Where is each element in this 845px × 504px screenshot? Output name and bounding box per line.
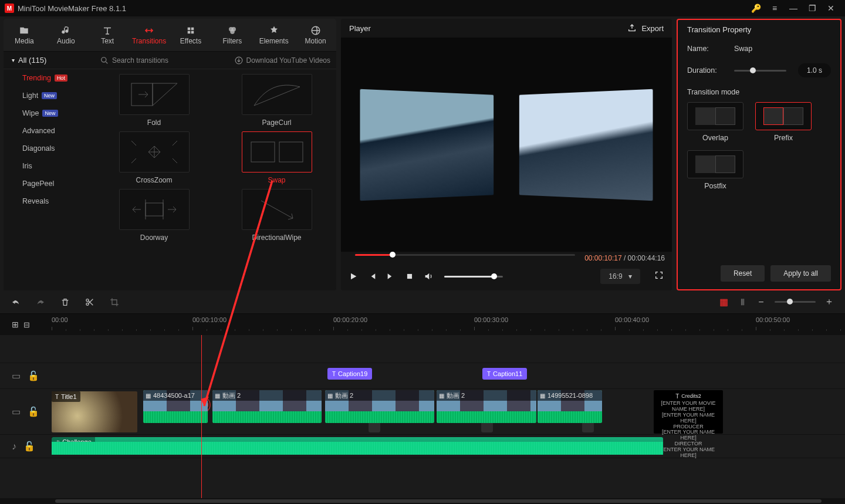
undo-button[interactable] bbox=[11, 297, 21, 307]
zoom-out-button[interactable]: − bbox=[756, 297, 766, 307]
preview-area[interactable] bbox=[341, 38, 672, 252]
tab-audio[interactable]: Audio bbox=[45, 19, 87, 51]
app-logo-icon: M bbox=[5, 4, 14, 13]
title-clip[interactable]: TTitle1 bbox=[52, 391, 137, 432]
mode-label: Transition mode bbox=[687, 88, 831, 96]
category-wipe[interactable]: WipeNew bbox=[4, 104, 94, 122]
svg-rect-14 bbox=[407, 274, 412, 279]
caption-clip[interactable]: TCaption11 bbox=[482, 368, 527, 380]
library-pane: MediaAudioTextTransitionsEffectsFiltersE… bbox=[4, 19, 336, 290]
aspect-ratio-select[interactable]: 16:9▾ bbox=[600, 269, 640, 284]
tab-elements[interactable]: Elements bbox=[253, 19, 295, 51]
duration-value[interactable]: 1.0 s bbox=[798, 63, 831, 77]
align-icon[interactable]: ⫴ bbox=[737, 297, 748, 307]
volume-slider[interactable] bbox=[444, 276, 503, 278]
maximize-button[interactable]: ❐ bbox=[803, 4, 822, 13]
category-pagepeel[interactable]: PagePeel bbox=[4, 175, 94, 192]
search-icon bbox=[100, 56, 109, 65]
volume-button[interactable] bbox=[423, 271, 434, 282]
video-clip[interactable]: ▦14995521-0898 bbox=[538, 390, 602, 423]
credits-clip[interactable]: TCredits2 [ENTER YOUR MOVIE NAME HERE][E… bbox=[654, 390, 723, 434]
audio-track-icon[interactable]: ♪ bbox=[12, 441, 16, 452]
svg-point-6 bbox=[230, 29, 235, 34]
tab-motion[interactable]: Motion bbox=[295, 19, 336, 51]
audio-track[interactable]: ♫Challenge bbox=[52, 435, 845, 458]
caption-track[interactable]: TCaption19TCaption11 bbox=[52, 363, 845, 388]
magnet-icon[interactable]: ▦ bbox=[718, 296, 729, 307]
transition-directionalwipe[interactable]: DirectionalWipe bbox=[224, 189, 329, 242]
audio-clip[interactable]: ♫Challenge bbox=[52, 437, 663, 455]
duration-slider[interactable] bbox=[734, 70, 786, 72]
transition-fold[interactable]: Fold bbox=[102, 74, 207, 127]
lock-icon[interactable]: 🔓 bbox=[28, 406, 39, 417]
lock-icon[interactable]: 🔓 bbox=[23, 441, 35, 452]
transition-doorway[interactable]: Doorway bbox=[102, 189, 207, 242]
svg-rect-0 bbox=[188, 27, 191, 30]
delete-button[interactable] bbox=[60, 297, 70, 307]
time-ruler[interactable]: 00:0000:00:10:0000:00:20:0000:00:30:0000… bbox=[52, 314, 845, 335]
player-pane: Player Export 00:00:10:17 / 00:00:44:16 bbox=[341, 19, 672, 290]
caption-clip[interactable]: TCaption19 bbox=[327, 368, 372, 380]
fullscreen-button[interactable] bbox=[654, 270, 665, 282]
text-icon: T bbox=[675, 393, 679, 400]
video-clip[interactable]: ▦動画 2 bbox=[437, 390, 536, 423]
svg-rect-1 bbox=[191, 27, 194, 30]
export-button[interactable]: Export bbox=[627, 23, 664, 33]
key-icon[interactable]: 🔑 bbox=[746, 4, 765, 13]
minimize-button[interactable]: — bbox=[784, 4, 803, 13]
text-track-icon[interactable]: ▭ bbox=[12, 370, 21, 381]
tab-effects[interactable]: Effects bbox=[170, 19, 212, 51]
name-label: Name: bbox=[687, 45, 722, 53]
transition-crosszoom[interactable]: CrossZoom bbox=[102, 131, 207, 184]
seek-bar[interactable] bbox=[348, 254, 582, 262]
apply-all-button[interactable]: Apply to all bbox=[770, 265, 831, 282]
zoom-in-button[interactable]: ＋ bbox=[824, 296, 834, 308]
category-iris[interactable]: Iris bbox=[4, 157, 94, 175]
tab-text[interactable]: Text bbox=[87, 19, 129, 51]
category-trending[interactable]: TrendingHot bbox=[4, 69, 94, 87]
playhead[interactable] bbox=[201, 335, 202, 498]
collapse-icon[interactable]: ⊟ bbox=[23, 320, 30, 329]
prev-button[interactable] bbox=[367, 271, 377, 282]
video-clip[interactable]: ▦48434500-a17 bbox=[143, 390, 208, 423]
video-clip[interactable]: ▦動画 2 bbox=[212, 390, 322, 423]
crop-button[interactable] bbox=[109, 297, 120, 307]
horizontal-scrollbar[interactable] bbox=[0, 498, 845, 504]
preview-frame-left bbox=[360, 89, 494, 200]
zoom-slider[interactable] bbox=[775, 301, 816, 303]
video-clip[interactable]: ▦動画 2 bbox=[325, 390, 434, 423]
transition-swap[interactable]: Swap bbox=[224, 131, 329, 184]
category-advanced[interactable]: Advanced bbox=[4, 122, 94, 140]
download-icon bbox=[235, 56, 243, 65]
text-icon: T bbox=[55, 394, 59, 400]
tab-transitions[interactable]: Transitions bbox=[129, 19, 170, 51]
category-diagonals[interactable]: Diagonals bbox=[4, 140, 94, 157]
tab-media[interactable]: Media bbox=[4, 19, 45, 51]
play-button[interactable] bbox=[348, 271, 359, 282]
search-input[interactable]: Search transitions bbox=[100, 56, 230, 65]
mode-prefix[interactable]: Prefix bbox=[755, 102, 812, 142]
lock-icon[interactable]: 🔓 bbox=[28, 370, 39, 381]
video-track[interactable]: TTitle1 TCredits2 [ENTER YOUR MOVIE NAME… bbox=[52, 389, 845, 434]
add-track-icon[interactable]: ⊞ bbox=[12, 320, 19, 329]
category-reveals[interactable]: Reveals bbox=[4, 192, 94, 210]
mode-postfix[interactable]: Postfix bbox=[687, 150, 743, 190]
next-button[interactable] bbox=[386, 271, 396, 282]
redo-button[interactable] bbox=[35, 297, 46, 307]
close-button[interactable]: ✕ bbox=[822, 4, 840, 13]
mode-overlap[interactable]: Overlap bbox=[687, 102, 743, 142]
export-icon bbox=[627, 23, 637, 33]
video-track-icon[interactable]: ▭ bbox=[12, 406, 21, 417]
menu-button[interactable]: ≡ bbox=[765, 4, 784, 13]
category-header[interactable]: All (115) bbox=[4, 52, 94, 69]
timeline: ▦ ⫴ − ＋ ⊞ ⊟ 00:0000:00:10:0000:00:20:000… bbox=[0, 290, 845, 504]
transition-pagecurl[interactable]: PageCurl bbox=[224, 74, 329, 127]
split-button[interactable] bbox=[84, 297, 95, 307]
svg-rect-13 bbox=[146, 203, 163, 216]
tab-filters[interactable]: Filters bbox=[211, 19, 253, 51]
reset-button[interactable]: Reset bbox=[721, 265, 765, 282]
download-youtube-link[interactable]: Download YouTube Videos bbox=[235, 56, 330, 65]
category-light[interactable]: LightNew bbox=[4, 87, 94, 104]
library-tabs: MediaAudioTextTransitionsEffectsFiltersE… bbox=[4, 19, 336, 52]
stop-button[interactable] bbox=[404, 271, 415, 282]
